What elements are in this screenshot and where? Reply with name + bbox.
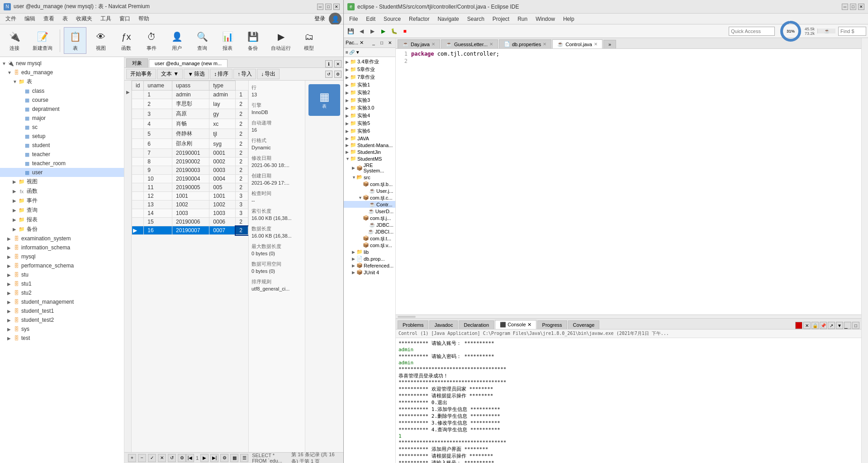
table-cell[interactable]: 14 [144,209,172,218]
info-toggle[interactable]: ℹ [325,60,332,67]
table-cell[interactable]: 20190001 [172,149,209,158]
tree-item-test[interactable]: ▶🗄test [0,334,124,343]
table-row[interactable]: 72019000100012 [132,149,248,158]
tree-item-stu1[interactable]: ▶🗄stu1 [0,279,124,288]
table-cell[interactable]: 7 [144,149,172,158]
table-row[interactable]: 13100210023 [132,200,248,209]
tree-item-tables-folder[interactable]: ▼ 📁 表 [0,77,124,86]
open-console-btn[interactable]: ↗ [828,322,835,329]
bottom-tab-progress[interactable]: Progress [537,320,567,329]
explorer-item[interactable]: ▶📁实验2 [344,89,395,96]
menu-help[interactable]: 帮助 [135,14,153,24]
next-page-button[interactable]: ▶ [200,454,209,462]
table-cell[interactable]: 5 [144,129,172,139]
table-cell[interactable]: 1003 [209,209,236,218]
table-row[interactable]: 5佟静林tjl2 [132,129,248,139]
table-row[interactable]: 82019000200022 [132,158,248,166]
table-cell[interactable]: syg [209,139,236,149]
table-cell[interactable]: 15 [144,218,172,226]
eclipse-close[interactable]: ✕ [858,4,864,10]
bottom-tab-coverage[interactable]: Coverage [568,320,600,329]
new-query-button[interactable]: 📝 新建查询 [29,28,56,53]
close-tab[interactable]: ✕ [334,60,342,67]
tree-item-reports[interactable]: ▶ 📁 报表 [0,215,124,224]
eclipse-menu-navigate[interactable]: Navigate [434,15,462,23]
editor-tab-db[interactable]: 📄 db.properties ✕ [499,39,551,48]
quick-access-bar[interactable] [729,27,775,36]
table-cell[interactable]: 2 [236,109,248,119]
delete-row-button[interactable]: − [138,454,146,462]
table-cell[interactable]: 2 [236,175,248,183]
table-cell[interactable]: 0006 [209,218,236,226]
table-cell[interactable]: admin [209,91,236,99]
table-cell[interactable]: 4 [144,119,172,129]
bottom-tab-declaration[interactable]: Declaration [459,320,494,329]
table-cell[interactable]: 3 [236,209,248,218]
tree-item-setup[interactable]: ▦setup [0,132,124,141]
table-cell[interactable]: 2 [236,166,248,175]
explorer-item[interactable]: ☕JDBCI... [344,228,395,235]
explorer-item[interactable]: ▶📦JUnit 4 [344,269,395,276]
tree-item-major[interactable]: ▦major [0,114,124,123]
table-cell[interactable]: 12 [144,192,172,200]
table-cell[interactable]: 3 [236,192,248,200]
table-cell[interactable]: 1 [236,91,248,99]
menu-favorites[interactable]: 收藏夹 [72,14,96,24]
bottom-tab-console[interactable]: ⬛ Console ✕ [495,320,536,329]
table-cell[interactable]: 0004 [209,175,236,183]
settings-button[interactable]: ⚙ [334,71,342,78]
user-button[interactable]: 👤 用户 [166,28,188,53]
eclipse-menu-refactor[interactable]: Refactor [405,15,433,23]
tree-item-backup[interactable]: ▶ 📁 备份 [0,224,124,234]
tree-item-events[interactable]: ▶ 📁 事件 [0,196,124,205]
explorer-item[interactable]: ▼📂src [344,174,395,181]
eclipse-menu-help[interactable]: Help [560,15,578,23]
text-button[interactable]: 文本 ▼ [157,69,183,79]
tree-item-new-mysql[interactable]: ▼ 🔌 new mysql [0,59,124,68]
view-button[interactable]: 👁 视图 [90,28,112,53]
refresh-button[interactable]: ↺ [325,71,332,78]
explorer-item[interactable]: 📦com.tjl.b... [344,181,395,187]
tree-item-student[interactable]: ▦student [0,141,124,150]
table-cell[interactable]: 2 [236,158,248,166]
table-cell[interactable]: 10 [144,175,172,183]
table-cell[interactable]: 0001 [209,149,236,158]
table-row[interactable]: 2李思彰lay2 [132,99,248,109]
table-cell[interactable]: 2 [236,119,248,129]
table-cell[interactable]: admin [172,91,209,99]
maximize-view-btn[interactable]: □ [378,39,385,47]
explorer-item[interactable]: 📦com.tjl.v... [344,242,395,248]
table-cell[interactable]: 3 [236,200,248,209]
clear-console-btn[interactable]: ✕ [803,322,811,329]
table-cell[interactable]: 20190007 [172,226,209,235]
quick-access-input[interactable] [729,29,774,34]
table-cell[interactable]: 2 [236,149,248,158]
table-cell[interactable]: 20190005 [172,183,209,192]
editor-tab-more[interactable]: » [603,40,616,48]
eclipse-run-btn[interactable]: ▶ [378,26,388,36]
explorer-item[interactable]: ▶📁实验1 [344,81,395,89]
close-button[interactable]: ✕ [333,4,340,10]
table-cell[interactable]: 1001 [209,192,236,200]
table-row[interactable]: 14100310033 [132,209,248,218]
explorer-item[interactable]: ▶📁5章作业 [344,66,395,73]
table-row[interactable]: 102019000400042 [132,175,248,183]
tree-item-student_test1[interactable]: ▶🗄student_test1 [0,306,124,315]
begin-transaction-button[interactable]: 开始事务 [126,69,156,79]
code-editor[interactable]: 1 package com.tjl.controller; 2 [396,49,861,315]
collapse-btn[interactable]: _ [370,39,377,47]
tree-item-course[interactable]: ▦course [0,95,124,105]
cancel-edit-button[interactable]: ✕ [158,454,166,462]
editor-tab-day[interactable]: ☕ Day.java ✕ [398,39,440,48]
tab-close[interactable]: ✕ [432,42,435,47]
eclipse-vscrollbar[interactable] [861,38,868,463]
maximize-button[interactable]: □ [325,4,332,10]
explorer-item[interactable]: ▶📁7章作业 [344,73,395,81]
function-button[interactable]: ƒx 函数 [115,28,137,53]
editor-hscrollbar[interactable] [396,315,861,318]
eclipse-menu-search[interactable]: Search [464,15,488,23]
minimize-button[interactable]: ─ [317,4,323,10]
table-cell[interactable]: 11 [144,183,172,192]
explorer-item[interactable]: ▶📁Student-Mana... [344,142,395,148]
table-cell[interactable]: 0003 [209,166,236,175]
